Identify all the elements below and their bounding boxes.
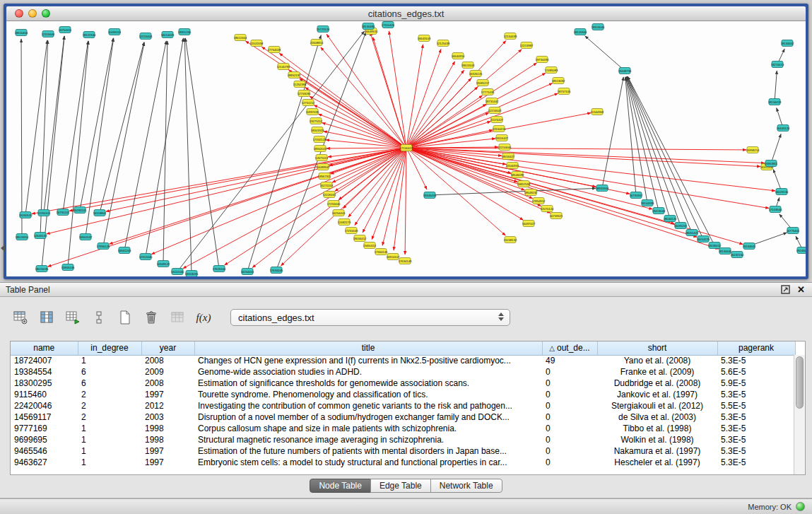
graph-node[interactable]: 19324055	[185, 271, 199, 277]
graph-node[interactable]: 18513092	[552, 78, 565, 84]
graph-node[interactable]: 16254401	[241, 269, 254, 275]
table-cell[interactable]: 1997	[141, 457, 194, 468]
append-table-icon[interactable]	[64, 308, 82, 327]
graph-node[interactable]: 17771435	[481, 89, 495, 95]
graph-edge[interactable]	[322, 123, 406, 148]
tab-node-table[interactable]: Node Table	[310, 479, 371, 493]
graph-node[interactable]: 18120944	[574, 29, 587, 35]
table-cell[interactable]: 9463627	[11, 457, 78, 468]
table-cell[interactable]: 2	[78, 389, 141, 400]
graph-node[interactable]: 16497427	[522, 221, 536, 227]
graph-node[interactable]: 18567311	[318, 173, 331, 180]
graph-edge[interactable]	[124, 41, 166, 250]
graph-node[interactable]: 13164410	[493, 126, 506, 132]
table-cell[interactable]: 0	[542, 434, 597, 445]
graph-edge[interactable]	[100, 42, 144, 213]
close-panel-icon[interactable]: ✕	[797, 285, 805, 294]
table-cell[interactable]: 2012	[141, 400, 194, 411]
minimize-window-icon[interactable]	[28, 9, 37, 18]
graph-node[interactable]: 22608814	[310, 40, 324, 46]
graph-node[interactable]: 18612404	[234, 35, 247, 41]
graph-node[interactable]: 17253440	[327, 201, 341, 207]
graph-edge[interactable]	[602, 77, 623, 188]
graph-node[interactable]: 18852197	[288, 72, 301, 78]
table-cell[interactable]: 2	[78, 400, 141, 411]
table-cell[interactable]: Disruption of a novel member of a sodium…	[194, 411, 542, 423]
graph-node[interactable]: 15953811	[765, 160, 778, 167]
table-cell[interactable]: 1	[78, 355, 141, 366]
table-cell[interactable]: 5.9E-5	[717, 378, 795, 389]
graph-node[interactable]: 18302022	[314, 146, 327, 152]
table-cell[interactable]: 9115460	[11, 389, 78, 400]
graph-edge[interactable]	[405, 148, 406, 255]
table-cell[interactable]: 1	[78, 445, 141, 457]
graph-node[interactable]: 15650114	[363, 243, 377, 249]
graph-node[interactable]: 11544909	[591, 109, 604, 115]
tab-edge-table[interactable]: Edge Table	[370, 479, 431, 493]
table-cell[interactable]: 0	[542, 411, 597, 423]
graph-node[interactable]: 18134419	[768, 99, 782, 105]
graph-node[interactable]: 12751212	[302, 100, 315, 106]
graph-node[interactable]: 15958214	[746, 147, 760, 153]
network-view[interactable]: 1724042718612404120220581776402812140781…	[6, 21, 806, 276]
table-cell[interactable]: 9777169	[11, 423, 78, 434]
graph-node[interactable]: 18301923	[311, 127, 324, 134]
table-cell[interactable]: 5.3E-5	[717, 389, 795, 400]
graph-edge[interactable]	[25, 40, 47, 215]
graph-node[interactable]: 17956120	[97, 243, 110, 250]
graph-edge[interactable]	[406, 70, 464, 148]
graph-node[interactable]: 16254403	[332, 210, 346, 216]
graph-node[interactable]: 16014225	[697, 236, 710, 243]
graph-node[interactable]: 16232150	[731, 252, 744, 258]
table-cell[interactable]: 18724007	[11, 355, 78, 366]
table-cell[interactable]: Structural magnetic resonance image aver…	[194, 434, 542, 445]
graph-node[interactable]: 12226341	[323, 192, 336, 198]
column-header-pagerank[interactable]: pagerank	[717, 341, 795, 355]
graph-edge[interactable]	[261, 47, 406, 148]
network-canvas[interactable]: 1724042718612404120220581776402812140781…	[6, 21, 806, 276]
table-cell[interactable]: Estimation of the future numbers of pati…	[194, 445, 542, 457]
table-selector-dropdown[interactable]: citations_edges.txt	[230, 309, 510, 326]
table-cell[interactable]: Tibbo et al. (1998)	[597, 423, 717, 434]
import-table-icon[interactable]	[168, 308, 187, 327]
table-cell[interactable]: 5.3E-5	[717, 445, 795, 457]
graph-node[interactable]: 10349122	[157, 261, 170, 267]
graph-edge[interactable]	[225, 148, 406, 265]
graph-node[interactable]: 16791201	[57, 209, 70, 216]
graph-node[interactable]: 18931904	[596, 185, 609, 192]
float-panel-icon[interactable]	[781, 285, 790, 294]
graph-node[interactable]: 16318801	[93, 210, 107, 216]
graph-edge[interactable]	[585, 36, 625, 71]
table-cell[interactable]: 18300295	[11, 378, 78, 389]
new-table-icon[interactable]	[116, 308, 134, 327]
graph-node[interactable]: 19413044	[652, 208, 666, 214]
collapse-panel-arrow-icon[interactable]	[1, 245, 5, 252]
graph-node[interactable]: 16272203	[320, 182, 334, 189]
table-cell[interactable]: 9465546	[11, 445, 78, 457]
table-cell[interactable]: 0	[542, 445, 597, 457]
table-row[interactable]: 977716911998Corpus callosum shape and si…	[11, 423, 795, 434]
table-settings-icon[interactable]	[11, 308, 30, 327]
table-cell[interactable]: Genome-wide association studies in ADHD.	[194, 366, 542, 378]
graph-node[interactable]: 12753090	[298, 90, 311, 97]
graph-node[interactable]: 12140781	[277, 64, 290, 70]
table-cell[interactable]: 0	[542, 366, 597, 378]
table-cell[interactable]: Tourette syndrome. Phenomenology and cla…	[194, 389, 542, 400]
table-cell[interactable]: 1998	[141, 434, 194, 445]
graph-node[interactable]: 16775401	[787, 228, 800, 234]
graph-node[interactable]: 18911230	[178, 29, 192, 35]
table-row[interactable]: 1872400712008Changes of HCN gene express…	[11, 355, 795, 366]
table-cell[interactable]: 9699695	[11, 434, 78, 445]
table-cell[interactable]: 0	[542, 389, 597, 400]
graph-node[interactable]: 18016427	[502, 153, 515, 160]
table-cell[interactable]: 2008	[141, 378, 194, 389]
graph-edge[interactable]	[775, 71, 777, 102]
graph-node[interactable]: 18731442	[486, 98, 499, 105]
graph-node[interactable]: 12312440	[139, 254, 153, 260]
graph-node[interactable]: 16326125	[469, 71, 483, 77]
table-cell[interactable]: 5.5E-5	[717, 400, 795, 411]
delete-table-icon[interactable]	[142, 308, 160, 327]
vertical-scrollbar[interactable]	[794, 355, 805, 474]
graph-node[interactable]: 19313044	[592, 24, 605, 30]
table-row[interactable]: 969969511998Structural magnetic resonanc…	[11, 434, 795, 445]
